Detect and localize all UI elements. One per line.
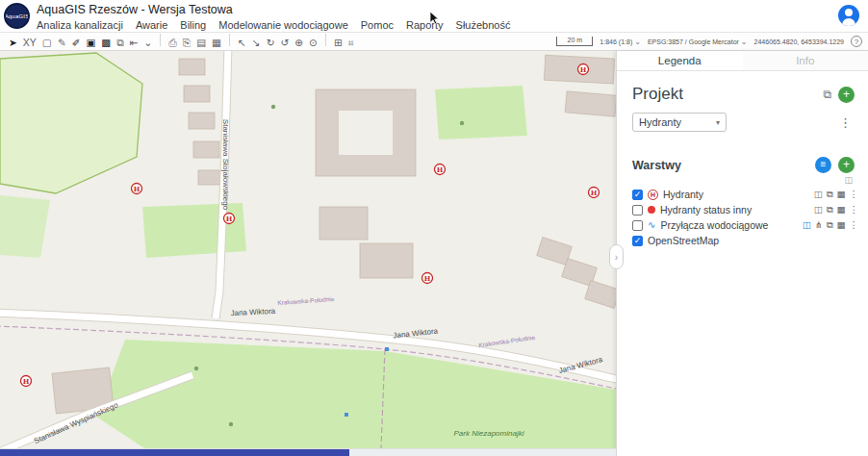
chevron-down-icon: ⌄ <box>741 38 748 46</box>
expand-icon[interactable]: ⧉ <box>827 189 833 200</box>
hydrant-marker[interactable]: H <box>224 214 235 224</box>
menu-awarie[interactable]: Awarie <box>136 19 167 31</box>
chart-tool[interactable]: ▤ <box>193 37 209 48</box>
measure-tool[interactable]: ✐ <box>69 37 84 48</box>
project-menu-button[interactable]: ⋮ <box>836 115 855 130</box>
user-account-icon[interactable] <box>838 5 859 26</box>
more-tools-dropdown[interactable]: ⌄ <box>141 37 156 48</box>
zoom-search-tool[interactable]: ⊙ <box>306 37 320 48</box>
hydrant-marker[interactable]: H <box>589 188 600 198</box>
scale-bar-label: 20 m <box>568 37 583 43</box>
layer-controls: ◫⋔⧉▦⋮ <box>803 219 858 231</box>
attribute-table-edit-tool[interactable]: ⊞ <box>331 37 345 48</box>
layer-label[interactable]: OpenStreetMap <box>648 235 854 246</box>
layer-checkbox[interactable]: ✓ <box>632 236 643 246</box>
layer-checkbox[interactable] <box>632 220 643 231</box>
hydrant-marker[interactable]: H <box>21 376 32 387</box>
page-title: AquaGIS Rzeszów - Wersja Testowa <box>37 3 868 16</box>
layer-menu-icon[interactable]: ⋮ <box>850 219 859 231</box>
select-area-tool[interactable]: ▢ <box>39 37 55 48</box>
layer-symbol-red-dot <box>648 206 655 214</box>
hydrant-marker[interactable]: H <box>435 165 446 175</box>
print-settings-tool[interactable]: ⎘ <box>180 37 193 48</box>
nodes-icon[interactable]: ⋔ <box>815 219 823 231</box>
layers-extra-icon[interactable]: ◫ <box>844 175 853 185</box>
hydrant-marker[interactable]: H <box>422 273 433 284</box>
blackboard-tool[interactable]: ▣ <box>83 37 98 48</box>
layer-label[interactable]: Hydranty <box>663 189 809 200</box>
expand-icon[interactable]: ⧉ <box>827 219 833 231</box>
scale-ratio-select[interactable]: 1:846 (1:8) ⌄ <box>600 38 641 46</box>
add-layer-button[interactable]: + <box>838 157 855 173</box>
layer-controls: ◫⧉▦⋮ <box>814 189 858 200</box>
expand-icon[interactable]: ⧉ <box>827 204 833 215</box>
rotate-view-tool[interactable]: ↻ <box>264 37 278 48</box>
pointer-tool[interactable]: ➤ <box>6 37 20 48</box>
toolbar-separator <box>229 34 230 46</box>
scale-ratio-value: 1:846 (1:8) <box>600 38 632 45</box>
svg-text:H: H <box>437 165 444 174</box>
xy-coordinates-tool[interactable]: XY <box>20 37 39 48</box>
project-list-icon[interactable]: ⧉ <box>823 88 831 101</box>
layer-label[interactable]: Hydranty status inny <box>660 204 809 215</box>
layer-row-openstreetmap: ✓OpenStreetMap <box>617 233 868 248</box>
layers-options-button[interactable]: ≡ <box>815 157 831 173</box>
scale-bar: 20 m <box>556 37 593 46</box>
svg-text:H: H <box>23 377 30 386</box>
attribute-table-icon[interactable]: ▦ <box>837 219 846 231</box>
attribute-table-tool[interactable]: ⌗ <box>345 37 357 48</box>
layer-checkbox[interactable]: ✓ <box>632 190 643 200</box>
panel-collapse-handle[interactable]: › <box>609 244 624 269</box>
svg-text:H: H <box>580 65 587 74</box>
project-select[interactable]: Hydranty ▾ <box>632 113 727 132</box>
previous-view-tool[interactable]: ⇤ <box>127 37 141 48</box>
svg-text:H: H <box>591 189 598 197</box>
layer-symbol-hydrant-h: H <box>648 190 658 200</box>
extent-tool[interactable]: ⧉ <box>114 37 127 48</box>
layer-symbol-polyline: ∿ <box>648 220 655 230</box>
layer-row-hydranty-status-inny: Hydranty status inny◫⧉▦⋮ <box>617 202 868 217</box>
layers-section-header: Warstwy ≡ + <box>617 157 868 173</box>
zoom-in-tool[interactable]: ⊕ <box>292 37 306 48</box>
horizontal-scrollbar[interactable] <box>0 448 616 456</box>
help-button[interactable]: ? <box>851 36 862 47</box>
menu-pomoc[interactable]: Pomoc <box>361 19 394 31</box>
snapshot-tool[interactable]: ▩ <box>98 37 114 48</box>
menu-analiza-kanalizacji[interactable]: Analiza kanalizacji <box>37 19 123 31</box>
attribute-table-icon[interactable]: ▦ <box>837 189 846 200</box>
main-menu: Analiza kanalizacjiAwarieBilingModelowan… <box>37 19 868 31</box>
tab-info[interactable]: Info <box>743 51 868 70</box>
pan-tool[interactable]: ↖ <box>235 37 249 48</box>
add-project-button[interactable]: + <box>838 87 855 103</box>
undo-view-tool[interactable]: ↺ <box>277 37 292 48</box>
labels-badge-icon[interactable]: ◫ <box>814 189 823 200</box>
map-label-park-niezapominajki: Park Niezapominajki <box>454 429 524 438</box>
layer-label[interactable]: Przyłącza wodociągowe <box>660 219 797 231</box>
scrollbar-thumb[interactable] <box>0 449 349 456</box>
hydrant-marker[interactable]: H <box>132 184 142 194</box>
tab-legenda[interactable]: Legenda <box>617 51 743 70</box>
layers-toolbar: ◫ <box>617 173 868 184</box>
move-feature-tool[interactable]: ↘ <box>249 37 264 48</box>
print-tool[interactable]: ⎙ <box>166 37 179 48</box>
layer-menu-icon[interactable]: ⋮ <box>850 204 859 215</box>
menu-sluzebnosc[interactable]: Służebność <box>456 19 511 31</box>
map-container[interactable]: Jana WiktoraJana WiktoraJana WiktoraStan… <box>0 51 616 456</box>
projection-select[interactable]: EPSG:3857 / Google Mercator ⌄ <box>648 38 748 46</box>
app-logo[interactable]: AquaGIS <box>4 3 30 29</box>
toolbar-status: 20 m 1:846 (1:8) ⌄ EPSG:3857 / Google Me… <box>556 36 862 47</box>
layer-row-hydranty: ✓HHydranty◫⧉▦⋮ <box>617 187 868 202</box>
labels-badge-icon[interactable]: ◫ <box>814 204 823 215</box>
menu-biling[interactable]: Biling <box>180 19 206 31</box>
draw-tool[interactable]: ✎ <box>55 37 69 48</box>
layer-checkbox[interactable] <box>632 205 643 215</box>
attribute-table-icon[interactable]: ▦ <box>837 204 846 215</box>
layer-menu-icon[interactable]: ⋮ <box>850 189 859 200</box>
menu-raporty[interactable]: Raporty <box>406 19 444 31</box>
map-canvas[interactable]: Jana WiktoraJana WiktoraJana WiktoraStan… <box>0 51 616 448</box>
image-export-tool[interactable]: ▦ <box>209 37 224 48</box>
hydrant-marker[interactable]: H <box>578 64 589 75</box>
menu-modelowanie-wodociagowe[interactable]: Modelowanie wodociągowe <box>218 19 348 31</box>
labels-badge-icon[interactable]: ◫ <box>803 219 811 231</box>
aquagis-app: AquaGIS AquaGIS Rzeszów - Wersja Testowa… <box>0 0 868 456</box>
